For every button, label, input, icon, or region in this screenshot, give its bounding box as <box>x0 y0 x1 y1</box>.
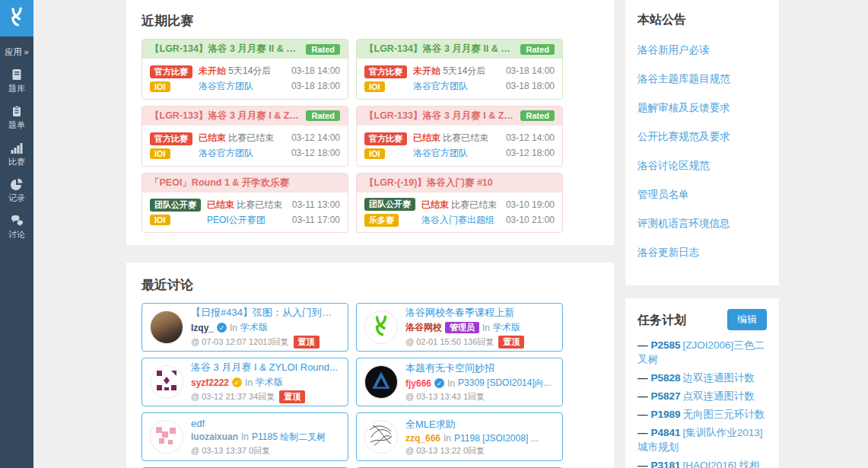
dash-icon: — <box>637 390 648 402</box>
recent-contests-panel: 近期比赛 【LGR-134】洛谷 3 月月赛 II & 「GLR ... Rat… <box>126 0 614 245</box>
contest-host-link[interactable]: 洛谷官方团队 <box>413 148 468 158</box>
contest-title[interactable]: 「PEOI」Round 1 & 开学欢乐赛 <box>150 177 289 189</box>
recent-discussions-title: 最近讨论 <box>141 276 599 294</box>
sidebar-item-discussions[interactable]: 讨论 <box>0 215 33 240</box>
contest-host-link[interactable]: PEOI公开赛团 <box>207 215 265 225</box>
sidebar-item-label: 比赛 <box>8 156 25 167</box>
discussion-meta: @ 03-13 13:37 0回复 <box>191 445 270 457</box>
problem-title-link[interactable]: 边双连通图计数 <box>683 372 755 384</box>
contest-host-link[interactable]: 洛谷入门赛出题组 <box>421 215 494 225</box>
avatar[interactable] <box>364 420 398 454</box>
left-sidebar: 应用 » 题库 题单 比赛 记录 讨论 <box>0 0 33 468</box>
contest-end-time: 03-10 21:00 <box>506 212 555 228</box>
avatar-pattern <box>368 368 394 396</box>
username-link[interactable]: syzf2222 <box>191 377 229 388</box>
contest-type-badge: 团队公开赛 <box>150 199 201 212</box>
contest-title[interactable]: 【LGR-133】洛谷 3 月月赛 I & ZYLOI ... <box>364 110 516 123</box>
problem-id-link[interactable]: P5828 <box>651 372 681 384</box>
board-link[interactable]: 学术版 <box>493 321 520 334</box>
contest-header[interactable]: 【LGR-134】洛谷 3 月月赛 II & 「GLR ... Rated <box>142 40 348 59</box>
announcement-link[interactable]: 洛谷主题库题目规范 <box>637 72 767 86</box>
problem-id-link[interactable]: P1989 <box>651 409 681 420</box>
board-link[interactable]: 学术版 <box>240 321 268 334</box>
avatar[interactable] <box>150 420 183 454</box>
task-plan-panel: 任务计划 编辑 —P2585[ZJOI2006]三色二叉树 —P5828边双连通… <box>625 298 779 468</box>
sidebar-item-contests[interactable]: 比赛 <box>0 142 33 167</box>
discussion-title-link[interactable]: 本题有无卡空间妙招 <box>405 361 555 375</box>
sidebar-item-label: 题单 <box>8 119 25 131</box>
board-link[interactable]: P1198 [JSOI2008] ... <box>454 433 539 444</box>
edit-button[interactable]: 编辑 <box>727 309 767 330</box>
problem-title-link[interactable]: 点双连通图计数 <box>683 390 755 402</box>
username-link[interactable]: zzq_666 <box>405 433 440 444</box>
contest-start-time: 03-18 14:00 <box>291 63 340 78</box>
avatar[interactable] <box>150 365 183 399</box>
avatar[interactable] <box>150 310 183 344</box>
contest-host-link[interactable]: 洛谷官方团队 <box>199 81 253 91</box>
discussion-card: 全MLE求助 zzq_666 In P1198 [JSOI2008] ... @… <box>356 412 563 461</box>
problem-id-link[interactable]: P2585 <box>651 339 681 351</box>
username-link[interactable]: lzqy_ <box>191 323 214 333</box>
announcements-title: 本站公告 <box>637 12 767 28</box>
contest-header[interactable]: 【LGR-(-19)】洛谷入门赛 #10 <box>357 174 562 193</box>
contest-body: 官方比赛 IOI 已结束 比赛已结束 洛谷官方团队 03-12 14:00 03… <box>142 126 348 166</box>
avatar-pattern <box>154 368 180 396</box>
contest-header[interactable]: 【LGR-133】洛谷 3 月月赛 I & ZYLOI ... Rated <box>142 107 348 126</box>
sidebar-item-label: 题库 <box>8 83 25 94</box>
announcement-link[interactable]: 管理员名单 <box>637 188 767 202</box>
contest-rule-badge: 乐多赛 <box>364 214 399 227</box>
discussion-title-link[interactable]: 洛谷网校冬春季课程上新 <box>405 306 555 320</box>
contest-header[interactable]: 【LGR-134】洛谷 3 月月赛 II & 「GLR-... Rated <box>357 40 562 59</box>
contest-status: 已结束 <box>421 199 449 210</box>
problem-id-link[interactable]: P3181 <box>651 460 681 468</box>
contest-card: 【LGR-133】洛谷 3 月月赛 I & ZYLOI ... Rated 官方… <box>141 106 348 167</box>
contest-end-time: 03-11 17:00 <box>292 212 340 228</box>
contest-rule-badge: IOI <box>364 148 385 159</box>
contest-host-link[interactable]: 洛谷官方团队 <box>199 148 253 158</box>
sidebar-item-records[interactable]: 记录 <box>0 178 33 204</box>
contest-title[interactable]: 【LGR-134】洛谷 3 月月赛 II & 「GLR ... <box>150 43 301 56</box>
avatar[interactable] <box>364 365 398 399</box>
task-item: —P1989无向图三元环计数 <box>637 407 767 422</box>
discussion-card: 洛谷网校冬春季课程上新 洛谷网校 管理员 In 学术版 @ 02-01 15:5… <box>356 303 563 352</box>
dash-icon: — <box>637 372 648 384</box>
board-link[interactable]: 学术版 <box>256 376 283 389</box>
discussion-title-link[interactable]: 全MLE求助 <box>405 418 555 431</box>
announcement-link[interactable]: 公开比赛规范及要求 <box>637 130 767 144</box>
discussion-title-link[interactable]: 洛谷 3 月月赛 I & ZYLOI Round... <box>191 361 340 374</box>
contest-host-link[interactable]: 洛谷官方团队 <box>413 81 468 91</box>
avatar[interactable] <box>364 310 398 344</box>
contest-title[interactable]: 【LGR-134】洛谷 3 月月赛 II & 「GLR-... <box>364 43 516 56</box>
contest-status: 未开始 <box>413 65 440 76</box>
sidebar-item-problems[interactable]: 题库 <box>0 68 33 94</box>
username-link[interactable]: 洛谷网校 <box>405 321 442 334</box>
discussion-title-link[interactable]: edf <box>191 418 340 429</box>
sidebar-item-apps[interactable]: 应用 » <box>0 46 33 58</box>
contest-title[interactable]: 【LGR-(-19)】洛谷入门赛 #10 <box>364 177 493 189</box>
problem-title-link[interactable]: 无向图三元环计数 <box>683 409 765 420</box>
contest-rule-badge: IOI <box>150 215 170 225</box>
username-link[interactable]: luozaixuan <box>191 431 238 442</box>
announcement-link[interactable]: 题解审核及反馈要求 <box>637 101 767 115</box>
username-link[interactable]: fjy666 <box>405 378 431 389</box>
announcement-link[interactable]: 洛谷更新日志 <box>637 246 767 259</box>
announcement-link[interactable]: 洛谷新用户必读 <box>637 43 767 57</box>
rated-badge: Rated <box>306 44 340 55</box>
contest-title[interactable]: 【LGR-133】洛谷 3 月月赛 I & ZYLOI ... <box>150 110 301 123</box>
contest-card: 【LGR-134】洛谷 3 月月赛 II & 「GLR ... Rated 官方… <box>141 39 348 100</box>
contest-header[interactable]: 【LGR-133】洛谷 3 月月赛 I & ZYLOI ... Rated <box>357 107 562 126</box>
announcement-link[interactable]: 洛谷讨论区规范 <box>637 159 767 173</box>
problem-id-link[interactable]: P4841 <box>651 427 681 438</box>
sidebar-item-problem-lists[interactable]: 题单 <box>0 105 33 131</box>
discussion-card: 本题有无卡空间妙招 fjy666 ✓ In P3309 [SDOI2014]向.… <box>356 358 563 406</box>
contest-status: 已结束 <box>207 199 234 210</box>
luogu-logo-icon <box>7 5 27 31</box>
board-link[interactable]: P1185 绘制二叉树 <box>252 431 326 444</box>
announcement-link[interactable]: 评测机语言环境信息 <box>637 217 767 231</box>
discussion-title-link[interactable]: 【日报#434】弦图：从入门到入入... <box>191 306 340 320</box>
contest-header[interactable]: 「PEOI」Round 1 & 开学欢乐赛 <box>142 174 348 193</box>
main-column: 近期比赛 【LGR-134】洛谷 3 月月赛 II & 「GLR ... Rat… <box>126 0 614 468</box>
board-link[interactable]: P3309 [SDOI2014]向... <box>458 377 552 390</box>
luogu-logo[interactable] <box>0 0 33 37</box>
problem-id-link[interactable]: P5827 <box>651 390 681 402</box>
